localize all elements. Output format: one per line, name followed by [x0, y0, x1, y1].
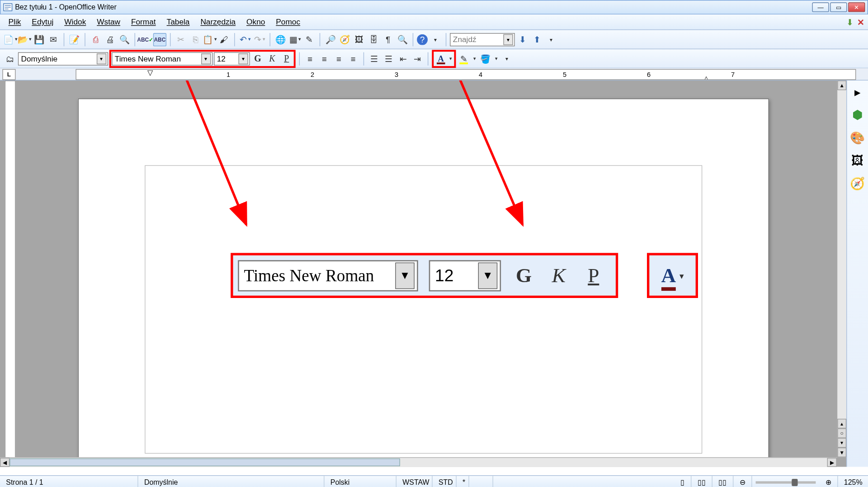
paste-button[interactable]: 📋▾	[203, 33, 216, 46]
underline-button[interactable]: P	[280, 52, 293, 65]
vertical-ruler[interactable]	[5, 80, 16, 467]
menu-view[interactable]: Widok	[60, 16, 91, 28]
font-color-button[interactable]: A	[434, 52, 448, 65]
highlight-color-button[interactable]: ✎	[457, 52, 470, 65]
nav-button[interactable]: ○	[837, 428, 846, 438]
menu-format[interactable]: Format	[126, 16, 160, 28]
redo-button[interactable]: ↷▾	[253, 33, 266, 46]
status-view-book-icon[interactable]: ▯▯	[712, 476, 734, 487]
find-toolbar-overflow[interactable]: ▾	[545, 33, 558, 46]
zoom-out-button[interactable]: ⊖	[733, 476, 752, 487]
paragraph-style-dropdown[interactable]: ▾	[97, 53, 106, 64]
status-view-multi-icon[interactable]: ▯▯	[691, 476, 712, 487]
open-button[interactable]: 📂▾	[18, 33, 31, 46]
numbered-list-button[interactable]: ☰	[368, 52, 381, 65]
ruler-corner[interactable]: L	[2, 69, 15, 80]
bullet-list-button[interactable]: ☰	[382, 52, 395, 65]
email-button[interactable]: ✉	[47, 33, 60, 46]
spellcheck-button[interactable]: ABC✓	[139, 33, 152, 46]
font-name-combo[interactable]: Times New Roman ▾	[112, 52, 212, 65]
auto-spellcheck-button[interactable]: ABC	[153, 33, 166, 46]
align-center-button[interactable]: ≡	[318, 52, 331, 65]
nonprinting-chars-button[interactable]: ¶	[382, 33, 395, 46]
find-dropdown-button[interactable]: ▾	[503, 34, 513, 45]
ruler-right-margin-marker[interactable]: △	[703, 74, 709, 80]
table-button[interactable]: ▦▾	[288, 33, 302, 46]
find-prev-button[interactable]: ⬆	[530, 33, 543, 46]
cut-button[interactable]: ✂	[174, 33, 187, 46]
copy-button[interactable]: ⎘	[189, 33, 202, 46]
find-input[interactable]: Znajdź	[453, 35, 501, 44]
sidebar-gallery-icon[interactable]: 🖼	[849, 152, 865, 168]
hyperlink-button[interactable]: 🌐	[274, 33, 287, 46]
close-document-button[interactable]: ✕	[857, 17, 864, 27]
menu-table[interactable]: Tabela	[162, 16, 194, 28]
status-selection-mode[interactable]: STD	[433, 476, 457, 487]
navigator-button[interactable]: 🧭	[338, 33, 351, 46]
hscroll-thumb[interactable]	[9, 459, 400, 466]
edit-file-button[interactable]: 📝	[68, 33, 81, 46]
scroll-down-button[interactable]: ▼	[837, 448, 846, 457]
status-style[interactable]: Domyślnie	[138, 476, 325, 487]
font-size-combo[interactable]: 12 ▾	[214, 52, 250, 65]
decrease-indent-button[interactable]: ⇤	[396, 52, 410, 65]
menu-window[interactable]: Okno	[241, 16, 270, 28]
font-size-value[interactable]: 12	[217, 54, 236, 63]
italic-button[interactable]: K	[265, 52, 278, 65]
status-zoom[interactable]: 125%	[838, 476, 868, 487]
find-replace-button[interactable]: 🔎	[324, 33, 337, 46]
background-color-button[interactable]: 🪣	[479, 52, 492, 65]
align-justify-button[interactable]: ≡	[347, 52, 360, 65]
zoom-slider[interactable]	[756, 481, 816, 483]
export-pdf-button[interactable]: ⎙	[89, 33, 102, 46]
print-preview-button[interactable]: 🔍	[118, 33, 131, 46]
zoom-button[interactable]: 🔍	[396, 33, 409, 46]
print-button[interactable]: 🖨	[104, 33, 117, 46]
horizontal-scrollbar[interactable]: ◀ ▶	[0, 457, 837, 467]
scroll-left-button[interactable]: ◀	[0, 458, 9, 467]
zoom-in-button[interactable]: ⊕	[819, 476, 838, 487]
styles-button[interactable]: 🗂	[4, 52, 17, 65]
sidebar-toggle-icon[interactable]: ▸	[849, 84, 865, 100]
status-page[interactable]: Strona 1 / 1	[0, 476, 138, 487]
menu-file[interactable]: Plik	[4, 16, 26, 28]
ruler-indent-marker[interactable]: ▽	[147, 69, 153, 76]
increase-indent-button[interactable]: ⇥	[411, 52, 424, 65]
status-modified[interactable]: *	[457, 476, 469, 487]
vertical-scrollbar[interactable]: ▲ ▴ ○ ▾ ▼	[837, 80, 846, 457]
undo-button[interactable]: ↶▾	[239, 33, 252, 46]
scroll-up-button[interactable]: ▲	[837, 80, 846, 90]
align-left-button[interactable]: ≡	[303, 52, 316, 65]
status-view-single-icon[interactable]: ▯	[675, 476, 691, 487]
sidebar-styles-icon[interactable]: 🎨	[849, 130, 865, 146]
scroll-right-button[interactable]: ▶	[827, 458, 837, 467]
new-button[interactable]: 📄▾	[4, 33, 17, 46]
formatting-overflow[interactable]: ▾	[500, 52, 514, 65]
find-next-button[interactable]: ⬇	[516, 33, 529, 46]
toolbar-overflow[interactable]: ▾	[429, 33, 442, 46]
maximize-button[interactable]: ▭	[830, 2, 847, 12]
sidebar-navigator-icon[interactable]: 🧭	[849, 175, 865, 191]
datasources-button[interactable]: 🗄	[367, 33, 380, 46]
minimize-button[interactable]: —	[812, 2, 829, 12]
paragraph-style-combo[interactable]: Domyślnie ▾	[18, 52, 108, 65]
align-right-button[interactable]: ≡	[332, 52, 345, 65]
close-button[interactable]: ✕	[848, 2, 865, 12]
menu-edit[interactable]: Edytuj	[27, 16, 58, 28]
menu-help[interactable]: Pomoc	[271, 16, 305, 28]
font-name-dropdown[interactable]: ▾	[201, 53, 211, 64]
font-color-dropdown[interactable]: ▾	[448, 52, 453, 65]
help-button[interactable]: ?	[417, 34, 428, 45]
font-name-value[interactable]: Times New Roman	[115, 54, 199, 63]
paragraph-style-value[interactable]: Domyślnie	[21, 54, 94, 63]
find-combo[interactable]: Znajdź ▾	[450, 33, 515, 46]
sidebar-properties-icon[interactable]: ⬢	[849, 107, 865, 123]
menu-insert[interactable]: Wstaw	[92, 16, 125, 28]
download-icon[interactable]: ⬇	[846, 17, 854, 27]
bold-button[interactable]: G	[251, 52, 264, 65]
show-draw-button[interactable]: ✎	[303, 33, 316, 46]
status-language[interactable]: Polski	[325, 476, 396, 487]
save-button[interactable]: 💾	[33, 33, 46, 46]
horizontal-ruler[interactable]: 1 2 3 4 5 6 7 ▽ △	[75, 69, 856, 80]
gallery-button[interactable]: 🖼	[353, 33, 366, 46]
